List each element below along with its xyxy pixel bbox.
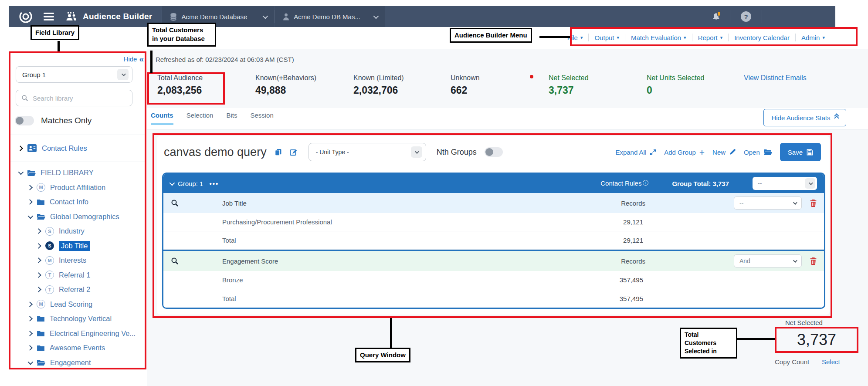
sidebar-item-contact-rules[interactable]: Contact Rules — [9, 141, 146, 156]
hide-panel-button[interactable]: Hide« — [124, 55, 144, 63]
sidebar-item-global-demographics[interactable]: Global Demographics — [9, 210, 146, 224]
text-field-icon: T — [45, 271, 54, 279]
chevron-down-icon — [117, 69, 129, 80]
edit-icon[interactable] — [290, 149, 297, 156]
query-title: canvas demo query — [164, 146, 267, 159]
chevron-down-icon — [373, 13, 379, 19]
chevron-right-icon[interactable] — [36, 243, 41, 249]
chevron-right-icon[interactable] — [36, 287, 41, 292]
folder-open-icon — [37, 213, 45, 220]
open-query-button[interactable]: Open — [744, 149, 772, 156]
annotation-field-library: Field Library — [31, 25, 79, 40]
help-icon[interactable]: ? — [741, 11, 751, 22]
copy-icon[interactable] — [275, 149, 282, 156]
chevron-right-icon[interactable] — [27, 345, 33, 351]
sidebar-item-product-affiliation[interactable]: M Product Affiliation — [9, 180, 146, 195]
rule-value-row[interactable]: Purchasing/Procurement Professional 29,1… — [163, 213, 824, 231]
view-distinct-emails-link[interactable]: View Distinct Emails — [744, 74, 807, 82]
add-group-button[interactable]: Add Group + — [664, 148, 705, 157]
chevron-down-icon — [793, 200, 797, 205]
rule-operator-select[interactable]: And — [734, 254, 802, 267]
tab-counts[interactable]: Counts — [151, 112, 173, 125]
chevron-down-icon[interactable] — [28, 359, 34, 365]
select-link[interactable]: Select — [822, 358, 840, 366]
chevron-right-icon[interactable] — [27, 185, 33, 190]
chevron-right-icon[interactable] — [27, 316, 33, 322]
group-contact-rules-link[interactable]: Contact Rulesi — [600, 179, 648, 187]
chevron-right-icon[interactable] — [36, 257, 41, 263]
chevron-down-icon — [793, 258, 797, 263]
chevron-right-icon[interactable] — [36, 272, 41, 278]
contact-card-icon — [27, 144, 37, 152]
menu-output[interactable]: Output▾ — [589, 34, 625, 41]
caret-down-icon: ▾ — [684, 35, 686, 41]
user-name: Acme Demo DB Mas... — [294, 13, 360, 20]
save-button[interactable]: Save — [780, 143, 821, 161]
field-library-tree: FIELD LIBRARY M Product Affiliation Cont… — [9, 166, 146, 370]
chevron-right-icon[interactable] — [27, 301, 33, 307]
app-title: Audience Builder — [83, 12, 152, 21]
menu-report[interactable]: Report▾ — [692, 34, 729, 41]
menu-admin[interactable]: Admin▾ — [796, 34, 831, 41]
sidebar-item-interests[interactable]: M Interests — [9, 253, 146, 268]
group-select[interactable]: Group 1 — [16, 66, 132, 83]
new-query-button[interactable]: New — [712, 149, 736, 156]
chevron-down-icon[interactable] — [28, 213, 34, 219]
rule-operator-select[interactable]: -- — [734, 196, 802, 210]
sidebar-item-referral-2[interactable]: T Referral 2 — [9, 282, 146, 297]
audience-builder-menu: File▾ Output▾ Match Evaluation▾ Report▾ … — [562, 31, 831, 44]
copy-count-label: Copy Count — [775, 358, 809, 366]
chevron-down-icon[interactable] — [170, 180, 175, 186]
tab-selection[interactable]: Selection — [186, 112, 214, 125]
annotation-audience-builder-menu: Audience Builder Menu — [450, 28, 532, 43]
sidebar-item-job-title[interactable]: S Job Title — [9, 239, 146, 254]
menu-match-evaluation[interactable]: Match Evaluation▾ — [625, 34, 692, 41]
stat-unknown: Unknown662 — [451, 74, 480, 96]
caret-down-icon: ▾ — [720, 35, 723, 41]
search-icon[interactable] — [171, 199, 179, 207]
folder-icon — [37, 345, 45, 351]
sidebar-item-engagement[interactable]: Engagement — [9, 356, 146, 370]
chevron-down-icon — [411, 146, 422, 158]
footer-net-selected-label: Net Selected — [785, 319, 823, 326]
annotation-total-customers-selected: Total Customers Selected in — [680, 328, 737, 359]
sidebar-item-field-library[interactable]: FIELD LIBRARY — [9, 166, 146, 180]
sidebar-item-technology-vertical[interactable]: Technology Vertical — [9, 312, 146, 326]
rule-value-row[interactable]: Bronze 357,495 — [163, 271, 824, 289]
sidebar-item-referral-1[interactable]: T Referral 1 — [9, 268, 146, 283]
chevron-right-icon[interactable] — [36, 228, 41, 234]
expand-all-button[interactable]: Expand All — [615, 149, 656, 156]
user-selector[interactable]: Acme Demo DB Mas... — [275, 6, 385, 27]
stat-total-audience: Total Audience2,083,256 — [157, 74, 203, 96]
user-icon — [283, 13, 289, 20]
unit-type-select[interactable]: - Unit Type - — [309, 143, 426, 161]
chevron-right-icon[interactable] — [17, 146, 23, 151]
tab-session[interactable]: Session — [250, 112, 273, 125]
trash-icon[interactable] — [810, 257, 817, 265]
single-select-icon: S — [45, 227, 54, 236]
bell-icon[interactable] — [712, 12, 720, 21]
sidebar-item-lead-scoring[interactable]: M Lead Scoring — [9, 297, 146, 312]
sidebar-item-industry[interactable]: S Industry — [9, 224, 146, 239]
search-input[interactable] — [33, 95, 120, 102]
logo-icon[interactable] — [18, 9, 33, 24]
chevron-right-icon[interactable] — [27, 199, 33, 205]
tab-bits[interactable]: Bits — [226, 112, 237, 125]
multi-select-icon: M — [37, 183, 45, 192]
rule-field-name: Engagement Score — [222, 257, 278, 265]
search-icon[interactable] — [171, 257, 179, 265]
chevron-down-icon[interactable] — [18, 169, 24, 175]
hide-audience-stats-button[interactable]: Hide Audience Stats — [763, 109, 846, 126]
sidebar-item-electrical-engineering[interactable]: Electrical Engineering Ve... — [9, 326, 146, 341]
group-operator-select[interactable]: -- — [753, 177, 817, 190]
matches-only-toggle[interactable] — [15, 116, 34, 125]
nth-groups-toggle[interactable] — [485, 147, 503, 157]
sidebar-item-awesome-events[interactable]: Awesome Events — [9, 341, 146, 356]
menu-icon[interactable] — [44, 13, 54, 20]
more-options-icon[interactable]: ••• — [209, 180, 219, 187]
chevron-right-icon[interactable] — [27, 331, 33, 336]
menu-inventory-calendar[interactable]: Inventory Calendar — [729, 34, 795, 41]
sidebar-item-contact-info[interactable]: Contact Info — [9, 195, 146, 210]
trash-icon[interactable] — [810, 199, 817, 207]
rule-total-row: Total 357,495 — [163, 289, 824, 308]
